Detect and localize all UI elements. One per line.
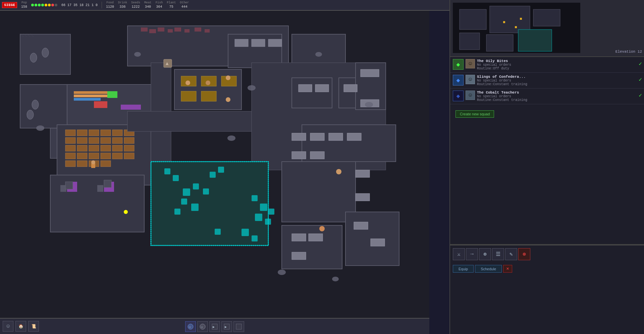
- minimap: Elevation 12: [450, 0, 644, 57]
- squad-row-1[interactable]: ◆ ☺ The Oily Bites No special orders Rou…: [450, 57, 644, 73]
- seeds-value: 1222: [132, 5, 140, 9]
- svg-rect-30: [101, 145, 111, 151]
- svg-rect-19: [112, 130, 122, 136]
- svg-rect-110: [50, 175, 144, 232]
- schedule-button[interactable]: Schedule: [475, 265, 502, 273]
- squad-routine-1: Routine:Off duty: [477, 67, 637, 70]
- svg-point-109: [319, 226, 325, 231]
- svg-rect-53: [292, 78, 332, 108]
- food-stat: Food 1120: [106, 1, 114, 9]
- create-squad-button[interactable]: Create new squad: [455, 110, 494, 118]
- squad-info-2: Slings of Confedera... No special orders…: [477, 75, 637, 86]
- svg-rect-25: [112, 137, 122, 144]
- svg-point-136: [42, 48, 49, 57]
- svg-rect-125: [158, 27, 164, 32]
- pop-dots: [31, 4, 57, 6]
- svg-point-70: [226, 97, 230, 102]
- squad-name-1: The Oily Bites: [477, 59, 637, 63]
- food-label: Food: [106, 1, 114, 5]
- svg-rect-40: [77, 161, 87, 167]
- squad-emblem-1[interactable]: ◆: [453, 59, 464, 70]
- squad-portrait-2: ☺: [466, 75, 475, 84]
- svg-rect-59: [361, 69, 379, 77]
- close-button[interactable]: ✕: [503, 265, 512, 273]
- siege-badge: SIEGE: [2, 2, 17, 8]
- svg-rect-148: [460, 33, 480, 50]
- plant-label: Plant: [167, 1, 176, 5]
- svg-rect-27: [65, 145, 75, 151]
- toolbar-arrow-icon[interactable]: →: [466, 248, 478, 260]
- bottom-center-5[interactable]: [233, 321, 244, 332]
- svg-point-138: [32, 100, 39, 109]
- squad-row-2[interactable]: ◆ ☺ Slings of Confedera... No special or…: [450, 73, 644, 89]
- svg-rect-17: [89, 130, 99, 136]
- pop-dot-5: [45, 4, 47, 6]
- svg-point-120: [278, 270, 286, 275]
- svg-rect-130: [205, 29, 210, 33]
- bottom-dwarf-icon[interactable]: ☺: [3, 321, 13, 332]
- food-value: 1120: [106, 5, 114, 9]
- svg-point-108: [336, 169, 341, 174]
- squad-check-1: ✓: [639, 59, 642, 67]
- toolbar-list-icon[interactable]: ☰: [492, 248, 504, 260]
- squad-check-3: ✓: [639, 91, 642, 99]
- svg-rect-81: [218, 167, 224, 173]
- toolbar-cancel-icon[interactable]: ⊗: [518, 248, 530, 260]
- bottom-center-4[interactable]: ▶: [221, 321, 232, 332]
- other-label: Other: [180, 1, 189, 5]
- svg-text:☺: ☺: [201, 325, 203, 329]
- squad-orders-2: No special orders: [477, 79, 637, 82]
- svg-point-139: [27, 110, 34, 119]
- bottom-center-2[interactable]: ☺: [197, 321, 208, 332]
- create-squad-container: Create new squad: [450, 104, 644, 124]
- svg-rect-15: [65, 130, 75, 136]
- top-bar: SIEGE Pop 158 66 17 35 18 21 1 0 Food 11…: [0, 0, 429, 11]
- squads-panel[interactable]: ◆ ☺ The Oily Bites No special orders Rou…: [450, 57, 644, 245]
- svg-text:▶: ▶: [213, 325, 215, 329]
- squad-routine-3: Routine:Constant training: [477, 98, 637, 102]
- bottom-center-icons: ☺ ☺ ▶ ▶: [185, 321, 244, 332]
- game-map[interactable]: ▲: [0, 11, 429, 334]
- svg-rect-26: [124, 137, 134, 144]
- svg-rect-114: [97, 185, 103, 192]
- svg-rect-103: [292, 234, 306, 241]
- bottom-center-1[interactable]: ☺: [185, 321, 196, 332]
- game-area[interactable]: ▲: [0, 11, 429, 334]
- svg-rect-66: [201, 91, 216, 101]
- plant-stat: Plant 75: [167, 1, 176, 9]
- svg-rect-106: [354, 222, 368, 229]
- squad-emblem-3[interactable]: ◆: [453, 91, 464, 101]
- squad-emblem-2[interactable]: ◆: [453, 75, 464, 86]
- meat-label: Meat: [144, 1, 152, 5]
- toolbar-add-icon[interactable]: ⊕: [479, 248, 491, 260]
- pop-dot-7: [51, 4, 54, 6]
- svg-rect-32: [124, 145, 134, 151]
- svg-rect-22: [77, 137, 87, 144]
- bottom-item-icon[interactable]: 🏠: [15, 321, 26, 332]
- svg-rect-145: [460, 9, 486, 30]
- pop-dot-3: [38, 4, 41, 6]
- pop-label: Pop: [21, 1, 27, 5]
- svg-rect-58: [344, 85, 357, 92]
- squad-name-2: Slings of Confedera...: [477, 75, 637, 79]
- bottom-center-3[interactable]: ▶: [209, 321, 220, 332]
- svg-rect-124: [149, 29, 156, 33]
- squad-row-3[interactable]: ◆ ☺ The Cobalt Teachers No special order…: [450, 89, 644, 104]
- svg-rect-150: [518, 30, 552, 51]
- svg-point-69: [226, 75, 230, 80]
- bottom-scroll-icon[interactable]: 📜: [28, 321, 39, 332]
- toolbar-sword-icon[interactable]: ⚔: [453, 248, 465, 260]
- drink-label: Drink: [118, 1, 127, 5]
- pop-numbers: 66 17 35 18 21 1 0: [61, 3, 98, 7]
- svg-rect-24: [101, 137, 111, 144]
- svg-rect-39: [65, 161, 75, 167]
- svg-rect-77: [181, 199, 187, 205]
- svg-rect-91: [282, 162, 356, 222]
- pop-dot-1: [31, 4, 34, 6]
- equip-button[interactable]: Equip: [453, 265, 474, 273]
- svg-rect-80: [210, 172, 216, 178]
- toolbar-edit-icon[interactable]: ✎: [505, 248, 517, 260]
- minimap-overlay: [453, 3, 580, 53]
- squad-routine-2: Routine:Constant training: [477, 82, 637, 86]
- svg-text:▲: ▲: [166, 61, 169, 66]
